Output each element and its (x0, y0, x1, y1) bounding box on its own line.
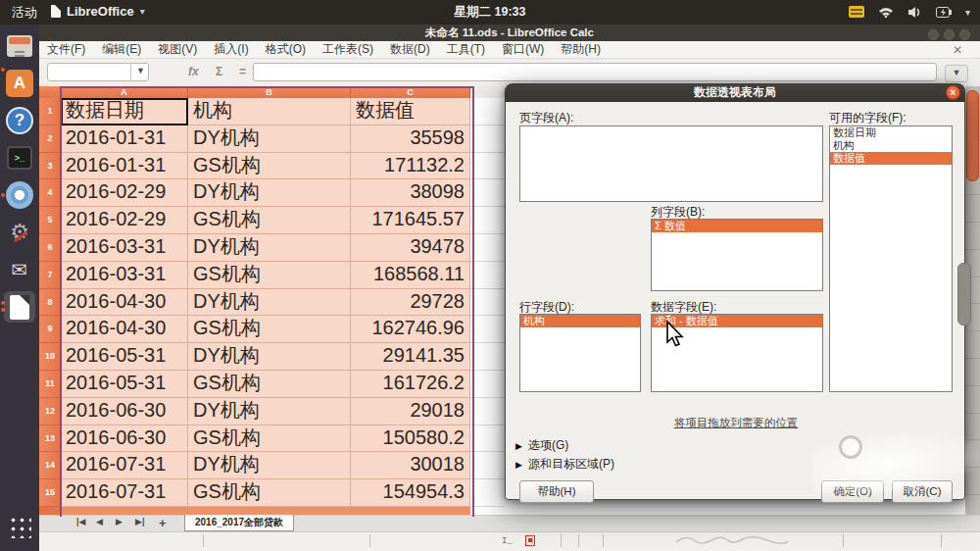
options-expander[interactable]: ▶选项(G) (515, 437, 568, 454)
cell-A15[interactable]: 2016-07-31 (61, 479, 188, 507)
cell-B6[interactable]: DY机构 (188, 234, 351, 262)
cell-B3[interactable]: GS机构 (188, 153, 351, 180)
row-header-15[interactable]: 15 (39, 479, 61, 507)
volume-icon[interactable] (907, 6, 922, 19)
cell-A11[interactable]: 2016-05-31 (61, 371, 188, 398)
expand-formula-bar-icon[interactable]: ▼ (945, 65, 968, 82)
menu-item-6[interactable]: 数据(D) (390, 41, 430, 58)
data-fields-list[interactable]: 求和 - 数据值 (651, 314, 823, 392)
available-field-item[interactable]: 数据日期 (830, 126, 952, 139)
cell-B11[interactable]: GS机构 (188, 371, 351, 398)
row-header-16[interactable] (39, 507, 61, 515)
available-field-item[interactable]: 机构 (830, 139, 952, 152)
formula-input[interactable] (253, 63, 937, 81)
name-box-dropdown[interactable]: ▼ (130, 63, 150, 81)
cell-C7[interactable]: 168568.11 (351, 262, 470, 289)
row-header-7[interactable]: 7 (39, 262, 61, 289)
cell-C5[interactable]: 171645.57 (351, 207, 470, 234)
vertical-scrollbar-thumb[interactable] (966, 90, 979, 181)
cell-B1[interactable]: 机构 (188, 98, 351, 125)
row-header-2[interactable]: 2 (39, 125, 61, 153)
dialog-close-icon[interactable]: × (946, 85, 960, 100)
cell-C1[interactable]: 数据值 (351, 98, 470, 125)
row-header-11[interactable]: 11 (39, 371, 61, 398)
available-field-item[interactable]: 数据值 (830, 152, 952, 165)
function-wizard-icon[interactable]: fx (188, 65, 199, 78)
sheet-tab[interactable]: 2016_2017全部贷款 (184, 515, 294, 531)
document-modified-icon[interactable] (525, 535, 535, 546)
menu-item-3[interactable]: 插入(I) (214, 41, 248, 58)
row-header-1[interactable]: 1 (39, 98, 61, 125)
row-fields-list[interactable]: 机构 (519, 314, 641, 392)
row-header-9[interactable]: 9 (39, 316, 61, 343)
cell-A5[interactable]: 2016-02-29 (61, 207, 188, 234)
cell-A9[interactable]: 2016-04-30 (61, 316, 188, 343)
row-header-4[interactable]: 4 (39, 179, 61, 207)
cell-A3[interactable]: 2016-01-31 (61, 153, 188, 180)
close-document-icon[interactable]: ✕ (953, 44, 962, 56)
cell-A6[interactable]: 2016-03-31 (61, 234, 188, 262)
cell-B15[interactable]: GS机构 (188, 479, 351, 507)
menu-item-0[interactable]: 文件(F) (47, 41, 85, 58)
field-item[interactable]: 机构 (520, 315, 640, 327)
cell-A8[interactable]: 2016-04-30 (61, 289, 188, 317)
menu-item-1[interactable]: 编辑(E) (102, 41, 141, 58)
column-header-b[interactable]: B (188, 86, 351, 98)
help-button[interactable]: 帮助(H) (519, 480, 594, 503)
dock-item-help[interactable]: ? (4, 105, 35, 136)
menu-item-9[interactable]: 帮助(H) (561, 41, 601, 58)
row-header-6[interactable]: 6 (39, 234, 61, 262)
session-caret-icon[interactable]: ▾ (965, 7, 970, 18)
dock-item-mail[interactable]: ✉ (4, 254, 35, 285)
cell-A1[interactable]: 数据日期 (61, 98, 188, 125)
row-header-3[interactable]: 3 (39, 153, 61, 180)
cell-C15[interactable]: 154954.3 (351, 479, 470, 507)
select-all-corner[interactable] (39, 86, 61, 98)
dock-item-terminal[interactable]: >_ (4, 142, 35, 174)
battery-icon[interactable] (936, 7, 952, 18)
dock-item-files[interactable] (4, 30, 35, 62)
dock-item-settings[interactable]: ⚙ (4, 217, 35, 248)
cell-A14[interactable]: 2016-07-31 (61, 452, 188, 479)
cell-B7[interactable]: GS机构 (188, 262, 351, 289)
column-d-area[interactable] (470, 98, 505, 519)
cell-C2[interactable]: 35598 (351, 125, 470, 153)
field-item[interactable]: 求和 - 数据值 (652, 315, 822, 327)
cell-C4[interactable]: 38098 (351, 179, 470, 207)
drag-hint-link[interactable]: 将项目拖放到需要的位置 (506, 416, 966, 430)
cell-C9[interactable]: 162746.96 (351, 316, 470, 343)
first-sheet-icon[interactable]: |◀ (76, 517, 85, 526)
cell-B5[interactable]: GS机构 (188, 207, 351, 234)
maximize-button[interactable] (944, 29, 955, 40)
clock[interactable]: 星期二 19:33 (0, 4, 980, 21)
row-header-13[interactable]: 13 (39, 426, 61, 453)
cell-A13[interactable]: 2016-06-30 (61, 426, 188, 453)
cell-B2[interactable]: DY机构 (188, 125, 351, 153)
system-tray[interactable]: ▾ (849, 3, 970, 21)
cell-C3[interactable]: 171132.2 (351, 153, 470, 180)
next-sheet-icon[interactable]: ▶ (116, 517, 122, 526)
cell-B13[interactable]: GS机构 (188, 426, 351, 453)
cell-B14[interactable]: DY机构 (188, 452, 351, 479)
cell-C10[interactable]: 29141.35 (351, 343, 470, 371)
equals-icon[interactable]: = (239, 65, 246, 78)
menu-item-2[interactable]: 视图(V) (158, 41, 197, 58)
dock-item-chromium[interactable] (4, 179, 35, 211)
last-sheet-icon[interactable]: ▶| (135, 517, 144, 526)
field-item[interactable]: Σ 数值 (652, 220, 822, 232)
cell-A4[interactable]: 2016-02-29 (61, 179, 188, 207)
cell-A10[interactable]: 2016-05-31 (61, 343, 188, 371)
cell-C13[interactable]: 150580.2 (351, 426, 470, 453)
cell-B8[interactable]: DY机构 (188, 289, 351, 317)
row-header-5[interactable]: 5 (39, 207, 61, 234)
column-header-d[interactable] (470, 86, 505, 98)
cell-C8[interactable]: 29728 (351, 289, 470, 317)
cancel-button[interactable]: 取消(C) (892, 480, 953, 503)
add-sheet-icon[interactable]: + (159, 516, 167, 530)
menu-item-7[interactable]: 工具(T) (447, 41, 485, 58)
window-titlebar[interactable]: 未命名 11.ods - LibreOffice Calc (39, 25, 980, 41)
cell-B9[interactable]: GS机构 (188, 316, 351, 343)
cell-B12[interactable]: DY机构 (188, 398, 351, 426)
cell-A7[interactable]: 2016-03-31 (61, 262, 188, 289)
cell-A2[interactable]: 2016-01-31 (61, 125, 188, 153)
